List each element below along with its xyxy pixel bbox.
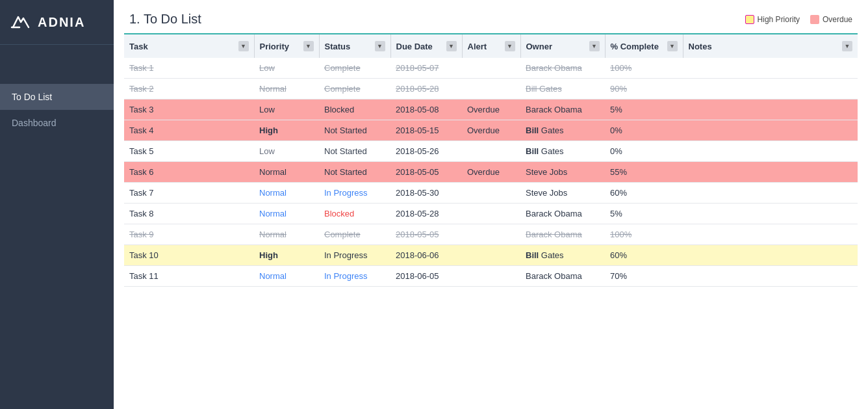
cell-complete: 0%: [605, 120, 683, 141]
cell-duedate: 2018-06-05: [390, 266, 462, 287]
th-alert: Alert ▼: [462, 34, 520, 58]
cell-complete: 55%: [605, 162, 683, 183]
cell-alert: Overdue: [462, 162, 520, 183]
cell-complete: 100%: [605, 58, 683, 79]
cell-duedate: 2018-05-26: [390, 141, 462, 162]
filter-alert[interactable]: ▼: [505, 41, 515, 51]
cell-duedate: 2018-06-06: [390, 245, 462, 266]
cell-task: Task 6: [124, 162, 254, 183]
cell-duedate: 2018-05-08: [390, 99, 462, 120]
adnia-logo-icon: [10, 12, 31, 33]
sidebar-item-todo[interactable]: To Do List: [0, 84, 114, 110]
cell-alert: [462, 245, 520, 266]
cell-task: Task 10: [124, 245, 254, 266]
cell-priority: Normal: [254, 183, 319, 204]
cell-complete: 100%: [605, 224, 683, 245]
filter-owner[interactable]: ▼: [589, 41, 600, 51]
task-table: Task ▼ Priority ▼ Status ▼: [124, 33, 858, 287]
cell-duedate: 2018-05-07: [390, 58, 462, 79]
th-complete: % Complete ▼: [605, 34, 683, 58]
cell-status: Blocked: [319, 99, 390, 120]
cell-priority: High: [254, 245, 319, 266]
cell-complete: 90%: [605, 79, 683, 99]
cell-status: In Progress: [319, 266, 390, 287]
filter-complete[interactable]: ▼: [667, 41, 678, 51]
cell-task: Task 3: [124, 99, 254, 120]
cell-complete: 0%: [605, 141, 683, 162]
th-owner: Owner ▼: [520, 34, 605, 58]
cell-complete: 60%: [605, 183, 683, 204]
logo-text: ADNIA: [38, 15, 85, 30]
cell-alert: [462, 58, 520, 79]
cell-priority: Normal: [254, 204, 319, 224]
cell-owner: Barack Obama: [520, 266, 605, 287]
cell-notes: [683, 99, 858, 120]
cell-priority: Low: [254, 58, 319, 79]
filter-task[interactable]: ▼: [238, 41, 249, 51]
cell-priority: High: [254, 120, 319, 141]
th-task: Task ▼: [124, 34, 254, 58]
table-row: Task 4HighNot Started2018-05-15OverdueBi…: [124, 120, 858, 141]
cell-notes: [683, 162, 858, 183]
filter-status[interactable]: ▼: [375, 41, 385, 51]
cell-priority: Normal: [254, 224, 319, 245]
cell-notes: [683, 79, 858, 99]
cell-task: Task 11: [124, 266, 254, 287]
cell-notes: [683, 204, 858, 224]
th-priority: Priority ▼: [254, 34, 319, 58]
legend-label-overdue: Overdue: [823, 15, 852, 24]
cell-task: Task 4: [124, 120, 254, 141]
th-status: Status ▼: [319, 34, 390, 58]
cell-notes: [683, 120, 858, 141]
legend-color-high-priority: [745, 15, 754, 24]
cell-owner: Steve Jobs: [520, 162, 605, 183]
cell-duedate: 2018-05-30: [390, 183, 462, 204]
legend-color-overdue: [810, 15, 819, 24]
cell-complete: 60%: [605, 245, 683, 266]
table-row: Task 1LowComplete2018-05-07Barack Obama1…: [124, 58, 858, 79]
sidebar-item-dashboard[interactable]: Dashboard: [0, 110, 114, 136]
cell-duedate: 2018-05-05: [390, 224, 462, 245]
cell-priority: Low: [254, 141, 319, 162]
main-header: 1. To Do List High Priority Overdue: [114, 0, 868, 33]
cell-notes: [683, 266, 858, 287]
cell-task: Task 9: [124, 224, 254, 245]
cell-alert: [462, 141, 520, 162]
cell-owner: Bill Gates: [520, 79, 605, 99]
cell-status: Complete: [319, 58, 390, 79]
cell-alert: [462, 204, 520, 224]
cell-owner: Barack Obama: [520, 58, 605, 79]
cell-owner: Barack Obama: [520, 204, 605, 224]
table-row: Task 10HighIn Progress2018-06-06Bill Gat…: [124, 245, 858, 266]
cell-alert: [462, 266, 520, 287]
filter-notes[interactable]: ▼: [842, 41, 852, 51]
legend-item-high-priority: High Priority: [745, 15, 800, 24]
cell-priority: Normal: [254, 79, 319, 99]
cell-status: Not Started: [319, 120, 390, 141]
cell-task: Task 2: [124, 79, 254, 99]
cell-status: In Progress: [319, 245, 390, 266]
cell-duedate: 2018-05-15: [390, 120, 462, 141]
legend-label-high-priority: High Priority: [758, 15, 800, 24]
filter-duedate[interactable]: ▼: [446, 41, 457, 51]
cell-alert: Overdue: [462, 120, 520, 141]
cell-alert: [462, 183, 520, 204]
table-container: Task ▼ Priority ▼ Status ▼: [114, 33, 868, 409]
table-body: Task 1LowComplete2018-05-07Barack Obama1…: [124, 58, 858, 287]
cell-complete: 5%: [605, 99, 683, 120]
cell-alert: [462, 79, 520, 99]
table-row: Task 9NormalComplete2018-05-05Barack Oba…: [124, 224, 858, 245]
cell-task: Task 7: [124, 183, 254, 204]
cell-notes: [683, 245, 858, 266]
main-content: 1. To Do List High Priority Overdue: [114, 0, 868, 409]
cell-task: Task 5: [124, 141, 254, 162]
legend-item-overdue: Overdue: [810, 15, 852, 24]
cell-priority: Normal: [254, 266, 319, 287]
cell-complete: 70%: [605, 266, 683, 287]
cell-status: Not Started: [319, 141, 390, 162]
sidebar-logo: ADNIA: [0, 0, 114, 45]
filter-priority[interactable]: ▼: [303, 41, 314, 51]
table-row: Task 2NormalComplete2018-05-28Bill Gates…: [124, 79, 858, 99]
cell-owner: Bill Gates: [520, 245, 605, 266]
cell-task: Task 1: [124, 58, 254, 79]
